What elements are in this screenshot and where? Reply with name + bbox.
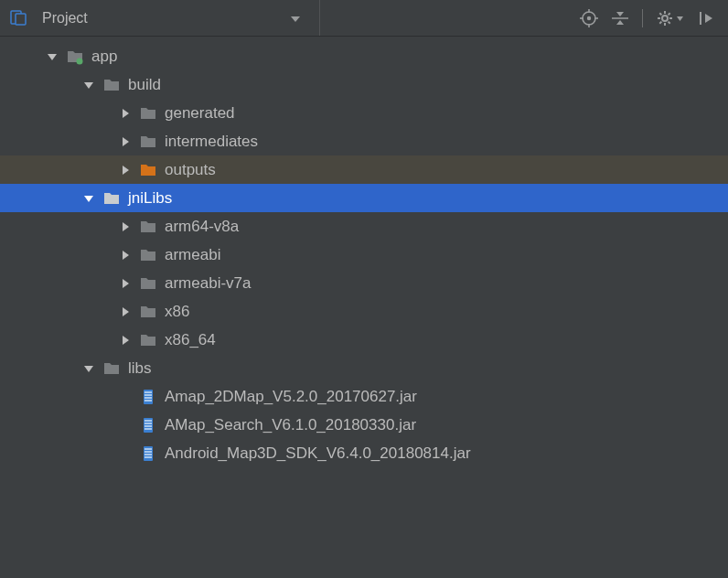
expander-down-icon[interactable] <box>44 48 60 65</box>
tree-label: build <box>128 77 161 92</box>
tree-item-build[interactable]: build <box>0 70 728 99</box>
tree-item-jar[interactable]: AMap_Search_V6.1.0_20180330.jar <box>0 411 728 439</box>
folder-icon <box>139 274 157 293</box>
folder-icon <box>139 303 157 321</box>
tree-item-jar[interactable]: Android_Map3D_SDK_V6.4.0_20180814.jar <box>0 439 728 467</box>
project-icon <box>9 9 27 27</box>
expander-down-icon[interactable] <box>80 360 97 377</box>
svg-marker-31 <box>291 16 300 22</box>
tree-label: app <box>91 48 117 64</box>
folder-icon <box>102 76 121 94</box>
tree-label: Amap_2DMap_V5.2.0_20170627.jar <box>165 389 417 404</box>
expander-right-icon[interactable] <box>117 219 134 235</box>
tree-label: jniLibs <box>128 190 172 206</box>
folder-icon <box>139 246 157 264</box>
expander-right-icon[interactable] <box>117 275 134 292</box>
tree-label: generated <box>165 105 235 121</box>
folder-icon <box>139 331 157 349</box>
toolbar-actions <box>580 9 719 27</box>
hide-panel-button[interactable] <box>697 9 715 27</box>
tree-item-jar[interactable]: Amap_2DMap_V5.2.0_20170627.jar <box>0 382 728 411</box>
folder-icon <box>102 359 121 378</box>
expander-right-icon[interactable] <box>117 332 134 348</box>
tree-label: armeabi <box>165 247 220 262</box>
tree-label: armeabi-v7a <box>165 275 252 291</box>
tree-label: Android_Map3D_SDK_V6.4.0_20180814.jar <box>165 445 471 461</box>
expander-right-icon[interactable] <box>117 105 134 122</box>
expander-right-icon[interactable] <box>117 162 134 178</box>
expander-right-icon[interactable] <box>117 304 134 320</box>
expander-down-icon[interactable] <box>80 77 97 93</box>
tree-item-arm64-v8a[interactable]: arm64-v8a <box>0 212 728 241</box>
tree-item-app[interactable]: app <box>0 42 728 70</box>
toolbar-divider <box>642 9 643 27</box>
tree-label: intermediates <box>165 134 258 149</box>
toolbar-title: Project <box>42 10 88 27</box>
jar-icon <box>139 388 157 406</box>
project-tree[interactable]: app build generated intermediates output… <box>0 37 728 467</box>
tree-item-outputs[interactable]: outputs <box>0 155 728 184</box>
tree-item-armeabi[interactable]: armeabi <box>0 241 728 269</box>
tree-label: x86 <box>165 304 189 319</box>
folder-icon <box>139 104 157 123</box>
expander-right-icon[interactable] <box>117 134 134 150</box>
collapse-all-button[interactable] <box>611 9 629 27</box>
tree-item-armeabi-v7a[interactable]: armeabi-v7a <box>0 269 728 297</box>
chevron-down-icon <box>288 11 303 26</box>
tree-item-libs[interactable]: libs <box>0 354 728 382</box>
jar-icon <box>139 416 157 434</box>
tree-label: libs <box>128 360 152 376</box>
folder-icon <box>139 133 157 151</box>
folder-icon <box>139 218 157 236</box>
expander-down-icon[interactable] <box>80 190 97 207</box>
tree-item-generated[interactable]: generated <box>0 99 728 127</box>
module-icon <box>66 48 84 66</box>
jar-icon <box>139 444 157 463</box>
svg-marker-32 <box>677 16 683 21</box>
folder-icon <box>139 161 157 179</box>
tree-item-x86-64[interactable]: x86_64 <box>0 326 728 354</box>
expander-right-icon[interactable] <box>117 247 134 263</box>
tree-label: outputs <box>165 162 216 177</box>
tree-label: AMap_Search_V6.1.0_20180330.jar <box>165 417 416 433</box>
project-view-selector[interactable]: Project <box>9 0 320 36</box>
tree-label: arm64-v8a <box>165 219 239 234</box>
project-toolbar: Project <box>0 0 728 37</box>
tree-label: x86_64 <box>165 332 216 348</box>
settings-button[interactable] <box>656 9 684 27</box>
tree-item-intermediates[interactable]: intermediates <box>0 127 728 155</box>
tree-item-x86[interactable]: x86 <box>0 297 728 326</box>
scroll-to-source-button[interactable] <box>580 9 598 27</box>
tree-item-jnilibs[interactable]: jniLibs <box>0 184 728 212</box>
folder-icon <box>102 189 121 208</box>
